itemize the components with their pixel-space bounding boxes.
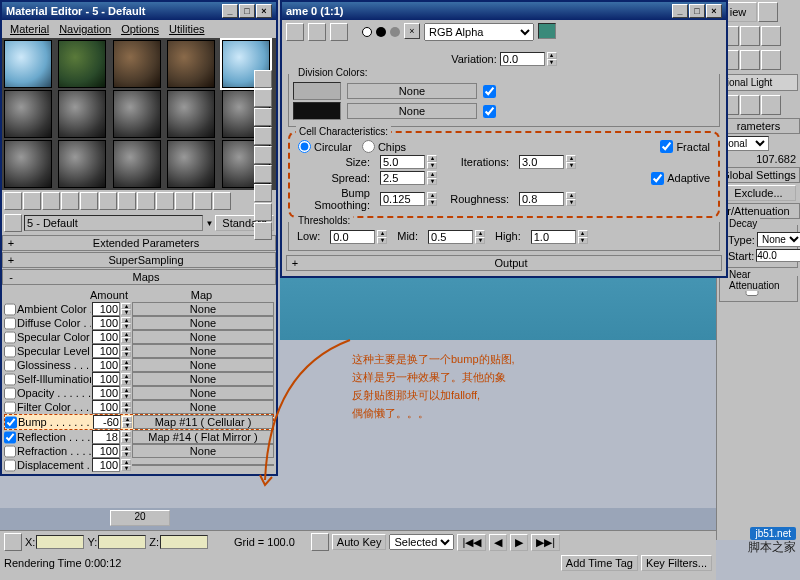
map-slot-button[interactable]: Map #11 ( Cellular ) — [133, 415, 273, 429]
iterations-input[interactable] — [519, 155, 564, 169]
assign-to-sel-icon[interactable] — [42, 192, 60, 210]
variation-input[interactable] — [500, 52, 545, 66]
clone-icon[interactable] — [330, 23, 348, 41]
map-amount-input[interactable] — [92, 400, 120, 414]
material-name-input[interactable] — [24, 215, 203, 231]
close-button[interactable]: × — [256, 4, 272, 18]
light-type-select[interactable]: ional — [721, 136, 769, 151]
put-to-library-icon[interactable] — [118, 192, 136, 210]
map-amount-input[interactable] — [92, 458, 120, 472]
map-enable-checkbox[interactable] — [4, 445, 16, 458]
make-unique-icon[interactable] — [761, 95, 781, 115]
exclude-button[interactable]: Exclude... — [721, 185, 796, 201]
chips-radio[interactable]: Chips — [362, 140, 406, 153]
key-mode-icon[interactable] — [311, 533, 329, 551]
mono-preview-icon[interactable] — [390, 27, 400, 37]
select-by-mat-icon[interactable] — [254, 203, 272, 221]
map-enable-checkbox[interactable] — [4, 359, 16, 372]
map-enable-checkbox[interactable] — [4, 431, 16, 444]
minimize-button[interactable]: _ — [672, 4, 688, 18]
mtl-id-icon[interactable] — [137, 192, 155, 210]
spin-down-icon[interactable]: ▾ — [121, 309, 131, 315]
map-amount-input[interactable] — [93, 415, 121, 429]
key-filters-button[interactable]: Key Filters... — [641, 555, 712, 571]
backlight-icon[interactable] — [254, 89, 272, 107]
map-amount-input[interactable] — [92, 358, 120, 372]
material-slot-4[interactable] — [167, 40, 215, 88]
map-amount-input[interactable] — [92, 444, 120, 458]
material-slot-12[interactable] — [58, 140, 106, 188]
rollout-extended-parameters[interactable]: +Extended Parameters — [2, 235, 276, 251]
close-icon[interactable]: × — [404, 23, 420, 39]
spin-down-icon[interactable]: ▾ — [121, 365, 131, 371]
autokey-button[interactable]: Auto Key — [332, 534, 387, 550]
map-enable-checkbox[interactable] — [4, 459, 16, 472]
rollout-parameters[interactable]: rameters — [717, 118, 800, 134]
mat-map-nav-icon[interactable] — [254, 222, 272, 240]
map-amount-input[interactable] — [92, 330, 120, 344]
rollout-output[interactable]: +Output — [286, 255, 722, 271]
timeline-slider[interactable]: 20 — [0, 508, 716, 530]
material-slot-1[interactable] — [4, 40, 52, 88]
spin-down-icon[interactable]: ▾ — [121, 351, 131, 357]
add-time-tag-button[interactable]: Add Time Tag — [561, 555, 638, 571]
make-preview-icon[interactable] — [254, 165, 272, 183]
spin-down-icon[interactable]: ▾ — [121, 465, 131, 471]
reset-map-icon[interactable] — [61, 192, 79, 210]
map-slot-button[interactable]: None — [132, 400, 274, 414]
display-mode-select[interactable]: RGB Alpha — [424, 23, 534, 41]
video-check-icon[interactable] — [254, 146, 272, 164]
division-color-2-swatch[interactable] — [293, 102, 341, 120]
put-to-scene-icon[interactable] — [23, 192, 41, 210]
map-enable-checkbox[interactable] — [4, 303, 16, 316]
maximize-button[interactable]: □ — [239, 4, 255, 18]
options-icon[interactable] — [254, 184, 272, 202]
mat-editor-titlebar[interactable]: Material Editor - 5 - Default _ □ × — [2, 2, 276, 20]
key-filter-select[interactable]: Selected — [389, 534, 454, 550]
timeline-thumb[interactable]: 20 — [110, 510, 170, 526]
map-amount-input[interactable] — [92, 372, 120, 386]
sample-type-icon[interactable] — [254, 70, 272, 88]
map-slot-button[interactable]: None — [132, 358, 274, 372]
map-slot-button[interactable]: None — [132, 444, 274, 458]
menu-options[interactable]: Options — [117, 22, 163, 36]
map-slot-button[interactable]: None — [132, 386, 274, 400]
close-button[interactable]: × — [706, 4, 722, 18]
make-copy-icon[interactable] — [80, 192, 98, 210]
decay-type-select[interactable]: None — [757, 232, 800, 247]
show-end-result-icon[interactable] — [175, 192, 193, 210]
adaptive-checkbox[interactable]: Adaptive — [651, 172, 710, 185]
utilities-tab-icon[interactable] — [761, 50, 781, 70]
map-slot-button[interactable]: None — [132, 330, 274, 344]
material-slot-9[interactable] — [167, 90, 215, 138]
save-icon[interactable] — [286, 23, 304, 41]
name-history-dropdown[interactable]: ▼ — [205, 219, 213, 228]
decay-start-input[interactable] — [756, 249, 800, 262]
goto-start-button[interactable]: |◀◀ — [457, 534, 486, 551]
minimize-button[interactable]: _ — [222, 4, 238, 18]
spin-up-icon[interactable]: ▴ — [547, 52, 557, 59]
spin-down-icon[interactable]: ▾ — [121, 437, 131, 443]
material-slot-11[interactable] — [4, 140, 52, 188]
map-amount-input[interactable] — [92, 430, 120, 444]
material-slot-14[interactable] — [167, 140, 215, 188]
hierarchy-tab-icon[interactable] — [761, 26, 781, 46]
spin-down-icon[interactable]: ▾ — [122, 422, 132, 428]
cellular-titlebar[interactable]: ame 0 (1:1) _ □ × — [282, 2, 726, 20]
map-amount-input[interactable] — [92, 302, 120, 316]
sample-uv-icon[interactable] — [254, 127, 272, 145]
prev-frame-button[interactable]: ◀ — [489, 534, 507, 551]
map-enable-checkbox[interactable] — [4, 401, 16, 414]
go-sibling-icon[interactable] — [213, 192, 231, 210]
menu-utilities[interactable]: Utilities — [165, 22, 208, 36]
map-enable-checkbox[interactable] — [4, 387, 16, 400]
spread-input[interactable] — [380, 171, 425, 185]
rollout-supersampling[interactable]: +SuperSampling — [2, 252, 276, 268]
spin-down-icon[interactable]: ▾ — [121, 337, 131, 343]
map-slot-button[interactable]: None — [132, 372, 274, 386]
map-slot-button[interactable]: None — [132, 302, 274, 316]
menu-navigation[interactable]: Navigation — [55, 22, 115, 36]
map-slot-button[interactable]: None — [132, 316, 274, 330]
spin-down-icon[interactable]: ▾ — [121, 393, 131, 399]
map-amount-input[interactable] — [92, 386, 120, 400]
